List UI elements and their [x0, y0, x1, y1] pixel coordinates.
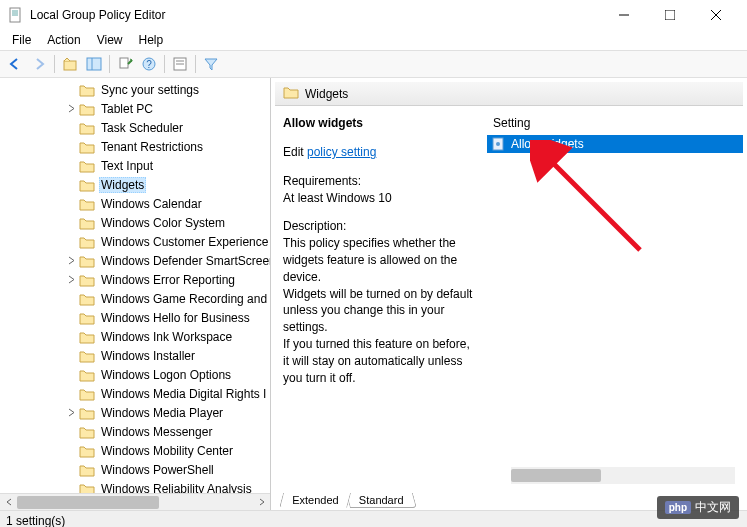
- scroll-thumb[interactable]: [17, 496, 159, 509]
- column-header-setting[interactable]: Setting: [487, 112, 743, 135]
- tree-item-label: Text Input: [101, 159, 153, 173]
- folder-icon: [79, 83, 95, 97]
- scroll-left-button[interactable]: [0, 494, 17, 511]
- tree-item-label: Windows Calendar: [101, 197, 202, 211]
- edit-policy-link[interactable]: policy setting: [307, 145, 376, 159]
- tree-item[interactable]: Windows Defender SmartScreen: [0, 251, 270, 270]
- watermark-text: 中文网: [695, 499, 731, 516]
- tab-standard[interactable]: Standard: [346, 493, 417, 508]
- tree-item[interactable]: Windows Media Digital Rights I: [0, 384, 270, 403]
- toolbar: ?: [0, 50, 747, 78]
- tree-item[interactable]: Windows Game Recording and: [0, 289, 270, 308]
- details-panel: Widgets Allow widgets Edit policy settin…: [271, 78, 747, 510]
- tree-item[interactable]: Sync your settings: [0, 80, 270, 99]
- edit-prefix: Edit: [283, 145, 307, 159]
- watermark-badge: php: [665, 501, 691, 514]
- requirements-label: Requirements:: [283, 173, 473, 190]
- chevron-right-icon[interactable]: [66, 274, 77, 285]
- folder-icon: [79, 368, 95, 382]
- scroll-right-button[interactable]: [253, 494, 270, 511]
- status-text: 1 setting(s): [6, 514, 65, 528]
- menubar: File Action View Help: [0, 30, 747, 50]
- svg-rect-5: [665, 10, 675, 20]
- tree-item[interactable]: Windows Mobility Center: [0, 441, 270, 460]
- main-area: Sync your settingsTablet PCTask Schedule…: [0, 78, 747, 510]
- chevron-right-icon[interactable]: [66, 103, 77, 114]
- tree-item[interactable]: Windows Color System: [0, 213, 270, 232]
- statusbar: 1 setting(s): [0, 510, 747, 527]
- filter-button[interactable]: [200, 53, 222, 75]
- menu-help[interactable]: Help: [131, 31, 172, 49]
- tree-item-label: Windows Error Reporting: [101, 273, 235, 287]
- tree-item[interactable]: Windows Installer: [0, 346, 270, 365]
- tree-item[interactable]: Task Scheduler: [0, 118, 270, 137]
- tree-item[interactable]: Windows Calendar: [0, 194, 270, 213]
- app-icon: [8, 7, 24, 23]
- tree-item[interactable]: Windows Messenger: [0, 422, 270, 441]
- folder-icon: [79, 311, 95, 325]
- description-label: Description:: [283, 218, 473, 235]
- tree-item-label: Sync your settings: [101, 83, 199, 97]
- window-title: Local Group Policy Editor: [30, 8, 601, 22]
- settings-scroll-thumb[interactable]: [511, 469, 601, 482]
- description-panel: Allow widgets Edit policy setting Requir…: [275, 112, 481, 510]
- tree-item[interactable]: Windows Ink Workspace: [0, 327, 270, 346]
- chevron-right-icon[interactable]: [66, 407, 77, 418]
- svg-rect-9: [87, 58, 101, 70]
- tab-extended[interactable]: Extended: [279, 493, 352, 508]
- tree-item-label: Windows Color System: [101, 216, 225, 230]
- watermark: php 中文网: [657, 496, 739, 519]
- tree-item-label: Windows Media Player: [101, 406, 223, 420]
- menu-view[interactable]: View: [89, 31, 131, 49]
- svg-point-18: [496, 142, 500, 146]
- help-button[interactable]: ?: [138, 53, 160, 75]
- maximize-button[interactable]: [647, 0, 693, 30]
- tree-item-label: Windows Hello for Business: [101, 311, 250, 325]
- folder-icon: [79, 482, 95, 494]
- folder-icon: [79, 425, 95, 439]
- settings-horizontal-scrollbar[interactable]: [511, 467, 735, 484]
- details-header-title: Widgets: [305, 87, 348, 101]
- close-button[interactable]: [693, 0, 739, 30]
- tree-item[interactable]: Windows Media Player: [0, 403, 270, 422]
- tree-item[interactable]: Tablet PC: [0, 99, 270, 118]
- tree-item[interactable]: Windows Reliability Analysis: [0, 479, 270, 493]
- tree-panel: Sync your settingsTablet PCTask Schedule…: [0, 78, 271, 510]
- menu-action[interactable]: Action: [39, 31, 88, 49]
- tree-item-label: Windows PowerShell: [101, 463, 214, 477]
- tree-content[interactable]: Sync your settingsTablet PCTask Schedule…: [0, 78, 270, 493]
- minimize-button[interactable]: [601, 0, 647, 30]
- back-button[interactable]: [4, 53, 26, 75]
- tree-item-label: Tablet PC: [101, 102, 153, 116]
- up-one-level-button[interactable]: [59, 53, 81, 75]
- tree-item-label: Windows Defender SmartScreen: [101, 254, 270, 268]
- tree-item[interactable]: Windows Hello for Business: [0, 308, 270, 327]
- tree-item-label: Windows Ink Workspace: [101, 330, 232, 344]
- tree-item[interactable]: Text Input: [0, 156, 270, 175]
- tree-item[interactable]: Windows Customer Experience: [0, 232, 270, 251]
- menu-file[interactable]: File: [4, 31, 39, 49]
- svg-rect-11: [120, 58, 128, 68]
- chevron-right-icon[interactable]: [66, 255, 77, 266]
- tree-item[interactable]: Widgets: [0, 175, 270, 194]
- properties-button[interactable]: [169, 53, 191, 75]
- tree-item-label: Windows Media Digital Rights I: [101, 387, 266, 401]
- tree-item-label: Windows Reliability Analysis: [101, 482, 252, 494]
- tree-item[interactable]: Tenant Restrictions: [0, 137, 270, 156]
- folder-icon: [79, 349, 95, 363]
- export-list-button[interactable]: [114, 53, 136, 75]
- tree-item[interactable]: Windows PowerShell: [0, 460, 270, 479]
- folder-icon: [79, 102, 95, 116]
- folder-icon: [283, 85, 299, 103]
- folder-icon: [79, 159, 95, 173]
- show-hide-tree-button[interactable]: [83, 53, 105, 75]
- tree-item[interactable]: Windows Error Reporting: [0, 270, 270, 289]
- folder-icon: [79, 254, 95, 268]
- policy-icon: [491, 137, 507, 151]
- tree-horizontal-scrollbar[interactable]: [0, 493, 270, 510]
- forward-button[interactable]: [28, 53, 50, 75]
- folder-icon: [79, 330, 95, 344]
- svg-rect-8: [64, 61, 76, 70]
- setting-row[interactable]: Allow widgets: [487, 135, 743, 153]
- tree-item[interactable]: Windows Logon Options: [0, 365, 270, 384]
